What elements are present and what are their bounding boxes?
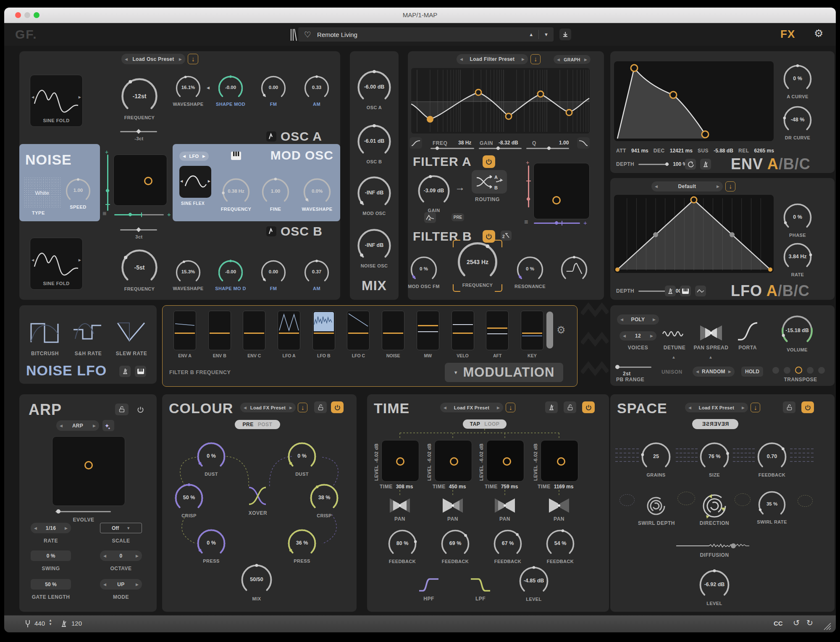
lfo-preset-save-button[interactable]: ↓ <box>725 181 735 191</box>
lfo-keytrack-piano-button[interactable] <box>680 286 691 296</box>
hpf-icon[interactable] <box>417 576 440 593</box>
osc-xy-pad[interactable] <box>113 155 167 206</box>
osc-b-frequency-knob[interactable]: -5stFREQUENCY <box>121 249 158 291</box>
env-a-curve-knob[interactable]: 0 %A CURVE <box>782 64 813 99</box>
mix-noise-osc-knob[interactable]: -INF dBNOISE OSC <box>357 228 392 268</box>
arp-power-button[interactable] <box>134 404 147 415</box>
tap4-time[interactable]: TIME1169 ms <box>538 484 573 490</box>
filter-a-type-icon[interactable]: A <box>424 212 436 223</box>
colour-press-left-knob[interactable]: 0 %PRESS <box>196 528 226 563</box>
wave-prev-arrow-icon[interactable]: ◀ <box>32 258 34 262</box>
redo-icon[interactable]: ↻ <box>806 618 813 628</box>
eq-highpass-icon[interactable] <box>410 137 422 149</box>
preset-prev-arrow-icon[interactable]: ▲ <box>529 32 533 37</box>
preset-next-arrow-icon[interactable]: ▼ <box>544 32 549 37</box>
noise-mod-hslider[interactable] <box>114 214 164 215</box>
mod-slot-lfo-a[interactable]: LFO A <box>278 311 300 358</box>
resize-grip[interactable] <box>822 621 832 631</box>
env-dr-curve-knob[interactable]: -48 %DR CURVE <box>782 105 813 140</box>
tap3-pan-icon[interactable] <box>494 497 516 514</box>
filter-b-modosc-fm-knob[interactable]: 0 %MOD OSC FM <box>410 255 438 289</box>
colour-mix-knob[interactable]: 50/50MIX <box>240 563 273 601</box>
tuning-fork-icon[interactable] <box>24 619 31 629</box>
lfo-phase-knob[interactable]: 0 %PHASE <box>782 202 813 238</box>
env-depth-row[interactable]: DEPTH 100 % <box>616 161 687 167</box>
filter-xy-pad[interactable] <box>533 163 590 219</box>
mod-slot-lfo-c[interactable]: LFO C <box>347 311 370 358</box>
mod-slot-velo[interactable]: VELO <box>452 311 474 358</box>
xover-icon[interactable] <box>246 484 269 508</box>
osc-a-waveshape-knob[interactable]: 16.1%WAVESHAPE <box>175 75 202 107</box>
env-graph[interactable] <box>614 61 774 141</box>
preset-stack-icon[interactable] <box>289 28 297 42</box>
diffusion-slider[interactable] <box>675 542 755 550</box>
wave-next-arrow-icon[interactable]: ▶ <box>79 95 81 99</box>
mix-osc-a-knob[interactable]: -6.00 dBOSC A <box>357 70 392 110</box>
preset-field[interactable]: ♡ Remote Living ▲ ▼ <box>298 27 554 42</box>
eq-gain-slider[interactable] <box>479 148 522 149</box>
fx-page-button[interactable]: FX <box>780 28 795 41</box>
tap3-time[interactable]: TIME759 ms <box>485 484 518 490</box>
wave-next-arrow-icon[interactable]: ▶ <box>79 258 81 262</box>
eq-q-slider[interactable] <box>526 148 569 149</box>
space-grains-knob[interactable]: 25GRAINS <box>640 441 672 477</box>
tap4-feedback-knob[interactable]: 54 %FEEDBACK <box>545 529 575 564</box>
transpose-dots[interactable] <box>772 367 825 374</box>
osc-a-fm-knob[interactable]: 0.00FM <box>260 75 287 107</box>
tap1-time[interactable]: TIME308 ms <box>380 484 413 490</box>
osc-a-am-knob[interactable]: 0.33AM <box>303 75 330 107</box>
lfo-sync-metronome-button[interactable] <box>665 286 676 296</box>
space-reverse-button[interactable]: REVERSE <box>692 419 738 429</box>
space-swirl-rate-knob[interactable]: 35 %SWIRL RATE <box>757 490 787 524</box>
modulation-scrollbar[interactable] <box>546 312 553 349</box>
tap1-feedback-knob[interactable]: 80 %FEEDBACK <box>387 529 417 564</box>
tap4-xy-pad[interactable] <box>541 440 578 482</box>
tap4-pan-icon[interactable] <box>548 497 570 514</box>
wave-next-arrow-icon[interactable]: ▶ <box>208 179 210 183</box>
hold-button[interactable]: HOLD <box>741 367 763 377</box>
colour-crisp-left-knob[interactable]: 50 %CRISP <box>174 483 204 518</box>
lfo-rate-knob[interactable]: 3.84 HzRATE <box>782 242 813 277</box>
filter-a-power-button[interactable] <box>483 155 495 168</box>
mod-osc-wave-display[interactable]: ◀ ▶ <box>179 166 211 198</box>
filter-b-frequency-knob[interactable]: 2543 HzFREQUENCY <box>457 241 498 288</box>
colour-dust-right-knob[interactable]: 0 %DUST <box>287 441 317 477</box>
filter-preset-save-button[interactable]: ↓ <box>530 54 541 64</box>
pan-random-selector[interactable]: ◀RANDOM▶ <box>693 367 735 377</box>
tap2-pan-icon[interactable] <box>442 497 464 514</box>
swirl-depth-spiral-icon[interactable] <box>643 493 669 519</box>
mod-slot-noise[interactable]: NOISE <box>382 311 404 358</box>
colour-crisp-right-knob[interactable]: 38 %CRISP <box>309 483 339 518</box>
voice-mode-selector[interactable]: ◀POLY▶ <box>617 314 659 325</box>
pan-collapse-icon[interactable]: ▲ <box>709 355 713 359</box>
lpf-icon[interactable] <box>469 576 492 593</box>
osc-b-waveshape-knob[interactable]: 15.3%WAVESHAPE <box>175 259 202 291</box>
modulation-header[interactable]: ▼ MODULATION <box>445 363 563 382</box>
menu-icon[interactable]: ≡ <box>102 210 106 217</box>
mod-slot-aft[interactable]: AFT <box>486 311 509 358</box>
tuning-stepper-icon[interactable]: ▲▼ <box>49 619 52 626</box>
arp-evolve-slider[interactable] <box>55 511 111 512</box>
tap3-xy-pad[interactable] <box>486 440 524 482</box>
direction-spiral-icon[interactable] <box>699 491 730 521</box>
wave-prev-arrow-icon[interactable]: ◀ <box>32 95 34 99</box>
space-preset-save-button[interactable]: ↓ <box>751 403 760 412</box>
lfo-graph[interactable] <box>614 195 774 273</box>
colour-press-right-knob[interactable]: 36 %PRESS <box>287 528 317 563</box>
arp-octave-selector[interactable]: ◀0▶ <box>100 550 142 561</box>
arp-pattern-selector[interactable]: ◀ARP▶ <box>56 420 99 431</box>
detune-icon[interactable] <box>662 329 688 338</box>
cc-button[interactable]: CC <box>774 620 783 627</box>
mix-osc-b-knob[interactable]: -6.01 dBOSC B <box>357 124 392 164</box>
tap2-time[interactable]: TIME450 ms <box>433 484 466 490</box>
colour-power-button[interactable] <box>331 401 344 413</box>
osc-a-wave-display[interactable]: ◀ ▶ SINE FOLD <box>30 75 83 127</box>
filter-b-power-button[interactable] <box>483 230 495 243</box>
mod-slot-lfo-b[interactable]: LFO B <box>312 311 335 358</box>
slew-rate-wave-icon[interactable] <box>115 317 148 347</box>
tuning-value[interactable]: 440 <box>34 620 45 627</box>
keytrack-piano-icon[interactable] <box>231 151 242 160</box>
modulation-slots[interactable]: ENV AENV BENV CLFO ALFO BLFO CNOISEMWVEL… <box>173 311 543 358</box>
eq-freq-slider[interactable] <box>430 148 474 149</box>
save-preset-button[interactable] <box>559 29 571 40</box>
